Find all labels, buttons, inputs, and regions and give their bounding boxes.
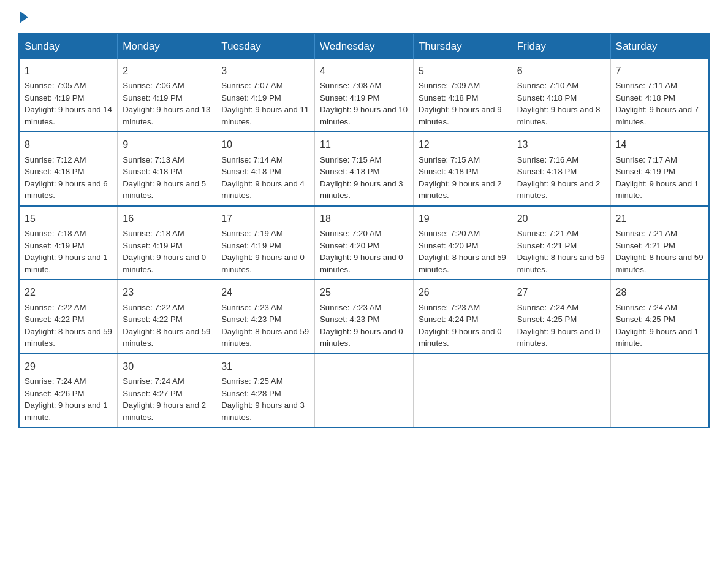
- calendar-cell: 16Sunrise: 7:18 AMSunset: 4:19 PMDayligh…: [118, 206, 216, 280]
- day-info: Sunrise: 7:07 AMSunset: 4:19 PMDaylight:…: [221, 81, 309, 126]
- calendar-week-row: 29Sunrise: 7:24 AMSunset: 4:26 PMDayligh…: [19, 354, 709, 427]
- calendar-cell: 2Sunrise: 7:06 AMSunset: 4:19 PMDaylight…: [118, 59, 216, 132]
- day-of-week-header: Monday: [118, 34, 216, 59]
- day-info: Sunrise: 7:24 AMSunset: 4:26 PMDaylight:…: [25, 377, 108, 422]
- day-info: Sunrise: 7:23 AMSunset: 4:24 PMDaylight:…: [419, 303, 502, 348]
- day-info: Sunrise: 7:15 AMSunset: 4:18 PMDaylight:…: [419, 155, 502, 201]
- calendar-cell: 18Sunrise: 7:20 AMSunset: 4:20 PMDayligh…: [315, 206, 414, 280]
- day-number: 17: [221, 212, 309, 226]
- day-of-week-header: Tuesday: [216, 34, 315, 59]
- calendar-cell: 23Sunrise: 7:22 AMSunset: 4:22 PMDayligh…: [118, 280, 216, 353]
- day-info: Sunrise: 7:21 AMSunset: 4:21 PMDaylight:…: [616, 229, 703, 274]
- day-number: 15: [25, 212, 112, 226]
- day-info: Sunrise: 7:13 AMSunset: 4:18 PMDaylight:…: [123, 155, 206, 201]
- day-info: Sunrise: 7:15 AMSunset: 4:18 PMDaylight:…: [320, 155, 403, 201]
- day-number: 10: [221, 137, 309, 151]
- day-info: Sunrise: 7:10 AMSunset: 4:18 PMDaylight:…: [517, 81, 601, 126]
- day-of-week-header: Wednesday: [315, 34, 414, 59]
- day-number: 22: [25, 285, 112, 299]
- day-of-week-header: Saturday: [610, 34, 709, 59]
- calendar-cell: 24Sunrise: 7:23 AMSunset: 4:23 PMDayligh…: [216, 280, 315, 353]
- day-number: 8: [25, 137, 112, 151]
- day-info: Sunrise: 7:14 AMSunset: 4:18 PMDaylight:…: [221, 155, 305, 201]
- day-info: Sunrise: 7:21 AMSunset: 4:21 PMDaylight:…: [517, 229, 605, 274]
- page-header: [18, 12, 710, 23]
- day-info: Sunrise: 7:18 AMSunset: 4:19 PMDaylight:…: [25, 229, 108, 274]
- calendar-cell: [413, 354, 512, 427]
- day-number: 7: [616, 64, 703, 78]
- calendar-week-row: 1Sunrise: 7:05 AMSunset: 4:19 PMDaylight…: [19, 59, 709, 132]
- calendar-cell: 20Sunrise: 7:21 AMSunset: 4:21 PMDayligh…: [512, 206, 610, 280]
- day-info: Sunrise: 7:09 AMSunset: 4:18 PMDaylight:…: [419, 81, 502, 126]
- day-number: 20: [517, 212, 605, 226]
- calendar-cell: 12Sunrise: 7:15 AMSunset: 4:18 PMDayligh…: [413, 132, 512, 205]
- day-info: Sunrise: 7:24 AMSunset: 4:25 PMDaylight:…: [517, 303, 601, 348]
- calendar-cell: 6Sunrise: 7:10 AMSunset: 4:18 PMDaylight…: [512, 59, 610, 132]
- calendar-week-row: 22Sunrise: 7:22 AMSunset: 4:22 PMDayligh…: [19, 280, 709, 353]
- day-number: 27: [517, 285, 605, 299]
- day-of-week-header: Thursday: [413, 34, 512, 59]
- day-number: 21: [616, 212, 703, 226]
- day-info: Sunrise: 7:24 AMSunset: 4:25 PMDaylight:…: [616, 303, 699, 348]
- calendar-cell: 26Sunrise: 7:23 AMSunset: 4:24 PMDayligh…: [413, 280, 512, 353]
- day-number: 26: [419, 285, 507, 299]
- day-number: 2: [123, 64, 211, 78]
- calendar-cell: 21Sunrise: 7:21 AMSunset: 4:21 PMDayligh…: [610, 206, 709, 280]
- calendar-cell: 13Sunrise: 7:16 AMSunset: 4:18 PMDayligh…: [512, 132, 610, 205]
- calendar-cell: 25Sunrise: 7:23 AMSunset: 4:23 PMDayligh…: [315, 280, 414, 353]
- calendar-cell: 29Sunrise: 7:24 AMSunset: 4:26 PMDayligh…: [19, 354, 118, 427]
- calendar-week-row: 15Sunrise: 7:18 AMSunset: 4:19 PMDayligh…: [19, 206, 709, 280]
- calendar-cell: 28Sunrise: 7:24 AMSunset: 4:25 PMDayligh…: [610, 280, 709, 353]
- day-info: Sunrise: 7:20 AMSunset: 4:20 PMDaylight:…: [419, 229, 506, 274]
- day-info: Sunrise: 7:23 AMSunset: 4:23 PMDaylight:…: [320, 303, 403, 348]
- day-number: 19: [419, 212, 507, 226]
- day-info: Sunrise: 7:05 AMSunset: 4:19 PMDaylight:…: [25, 81, 112, 126]
- day-number: 6: [517, 64, 605, 78]
- calendar-cell: 4Sunrise: 7:08 AMSunset: 4:19 PMDaylight…: [315, 59, 414, 132]
- calendar-header-row: SundayMondayTuesdayWednesdayThursdayFrid…: [19, 34, 709, 59]
- calendar-cell: [512, 354, 610, 427]
- day-info: Sunrise: 7:12 AMSunset: 4:18 PMDaylight:…: [25, 155, 108, 201]
- calendar-cell: 14Sunrise: 7:17 AMSunset: 4:19 PMDayligh…: [610, 132, 709, 205]
- calendar-cell: 30Sunrise: 7:24 AMSunset: 4:27 PMDayligh…: [118, 354, 216, 427]
- day-info: Sunrise: 7:25 AMSunset: 4:28 PMDaylight:…: [221, 377, 305, 422]
- day-number: 12: [419, 137, 507, 151]
- day-info: Sunrise: 7:16 AMSunset: 4:18 PMDaylight:…: [517, 155, 601, 201]
- calendar-cell: 9Sunrise: 7:13 AMSunset: 4:18 PMDaylight…: [118, 132, 216, 205]
- day-of-week-header: Sunday: [19, 34, 118, 59]
- day-number: 11: [320, 137, 408, 151]
- day-number: 3: [221, 64, 309, 78]
- day-number: 25: [320, 285, 408, 299]
- day-info: Sunrise: 7:22 AMSunset: 4:22 PMDaylight:…: [25, 303, 112, 348]
- day-number: 9: [123, 137, 211, 151]
- calendar-table: SundayMondayTuesdayWednesdayThursdayFrid…: [18, 33, 710, 428]
- day-number: 18: [320, 212, 408, 226]
- calendar-cell: 17Sunrise: 7:19 AMSunset: 4:19 PMDayligh…: [216, 206, 315, 280]
- day-number: 24: [221, 285, 309, 299]
- day-info: Sunrise: 7:17 AMSunset: 4:19 PMDaylight:…: [616, 155, 699, 201]
- day-info: Sunrise: 7:06 AMSunset: 4:19 PMDaylight:…: [123, 81, 210, 126]
- calendar-cell: 11Sunrise: 7:15 AMSunset: 4:18 PMDayligh…: [315, 132, 414, 205]
- calendar-cell: 27Sunrise: 7:24 AMSunset: 4:25 PMDayligh…: [512, 280, 610, 353]
- calendar-cell: 10Sunrise: 7:14 AMSunset: 4:18 PMDayligh…: [216, 132, 315, 205]
- day-number: 16: [123, 212, 211, 226]
- calendar-cell: 15Sunrise: 7:18 AMSunset: 4:19 PMDayligh…: [19, 206, 118, 280]
- day-number: 30: [123, 359, 211, 373]
- day-number: 28: [616, 285, 703, 299]
- day-info: Sunrise: 7:24 AMSunset: 4:27 PMDaylight:…: [123, 377, 206, 422]
- logo-triangle-icon: [20, 11, 28, 23]
- calendar-cell: 5Sunrise: 7:09 AMSunset: 4:18 PMDaylight…: [413, 59, 512, 132]
- day-number: 1: [25, 64, 112, 78]
- day-of-week-header: Friday: [512, 34, 610, 59]
- calendar-cell: 7Sunrise: 7:11 AMSunset: 4:18 PMDaylight…: [610, 59, 709, 132]
- day-number: 14: [616, 137, 703, 151]
- day-number: 29: [25, 359, 112, 373]
- calendar-cell: 31Sunrise: 7:25 AMSunset: 4:28 PMDayligh…: [216, 354, 315, 427]
- day-info: Sunrise: 7:23 AMSunset: 4:23 PMDaylight:…: [221, 303, 309, 348]
- calendar-cell: [315, 354, 414, 427]
- day-info: Sunrise: 7:19 AMSunset: 4:19 PMDaylight:…: [221, 229, 305, 274]
- day-info: Sunrise: 7:22 AMSunset: 4:22 PMDaylight:…: [123, 303, 210, 348]
- day-number: 4: [320, 64, 408, 78]
- day-info: Sunrise: 7:20 AMSunset: 4:20 PMDaylight:…: [320, 229, 403, 274]
- day-info: Sunrise: 7:11 AMSunset: 4:18 PMDaylight:…: [616, 81, 699, 126]
